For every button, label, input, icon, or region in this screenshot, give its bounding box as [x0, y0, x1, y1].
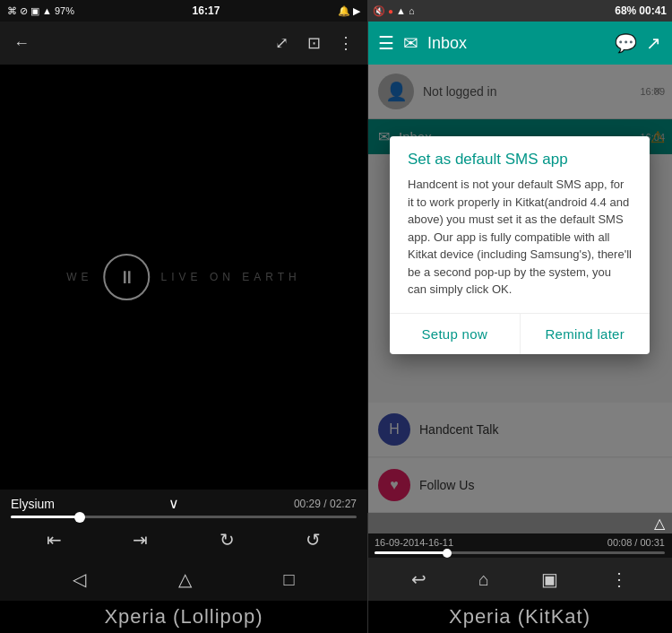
app-topbar: ☰ ✉ Inbox 💬 ↗ [367, 22, 672, 65]
video-topbar: ← ⤢ ⊡ ⋮ [0, 22, 367, 65]
video-content: WE ⏸ LIVE ON EARTH [0, 65, 367, 490]
video-controls-row: ⇤ ⇥ ↻ ↺ [0, 522, 367, 558]
scroll-up-icon[interactable]: △ [654, 516, 665, 531]
status-time-left: 16:17 [193, 4, 220, 17]
remind-later-button[interactable]: Remind later [521, 314, 650, 354]
xperia-label-left: Xperia (Lollipop) [0, 601, 367, 633]
notif-icon: 🔔 [338, 5, 350, 17]
left-panel: ⌘ ⊘ ▣ ▲ 97% 16:17 🔔 ▶ ← ⤢ ⊡ ⋮ WE ⏸ LIVE … [0, 0, 367, 633]
dialog-title: Set as default SMS app [390, 136, 650, 176]
home-nav-icon[interactable]: △ [178, 568, 192, 590]
cast-icon[interactable]: ⊡ [303, 32, 324, 54]
rewind-icon[interactable]: ⇤ [47, 529, 62, 551]
right-progress-bar[interactable] [367, 550, 672, 558]
signal-icon: ▲ [42, 5, 52, 16]
status-bar-right: 🔇 ● ▲ ⌂ 68% 00:41 [367, 0, 672, 22]
video-time: 00:29 / 02:27 [294, 498, 357, 510]
shuffle-icon[interactable]: ↺ [306, 529, 321, 551]
status-right-right-icons: 68% 00:41 [615, 4, 667, 17]
video-title: Elysium [11, 497, 55, 511]
forward-icon[interactable]: ⇥ [133, 529, 148, 551]
chevron-down-icon[interactable]: ∨ [168, 495, 179, 512]
progress-bar[interactable] [0, 514, 367, 522]
nav-bar-right: ↩ ⌂ ▣ ⋮ [367, 558, 672, 601]
nfc-icon: ⊘ [20, 5, 28, 17]
video-duration: 00:08 / 00:31 [607, 537, 665, 548]
dialog-overlay: Set as default SMS app Handcent is not y… [367, 65, 672, 513]
progress-thumb[interactable] [74, 512, 85, 523]
app-title: Inbox [427, 34, 606, 53]
home-nav-right[interactable]: ⌂ [478, 569, 489, 590]
progress-fill [11, 516, 80, 518]
video-timestamp: 16-09-2014-16-11 [375, 537, 453, 548]
status-bar-left: ⌘ ⊘ ▣ ▲ 97% 16:17 🔔 ▶ [0, 0, 367, 22]
xperia-label-right: Xperia (KitKat) [367, 601, 672, 633]
play-icon: ▶ [353, 5, 360, 17]
video-title-row: Elysium ∨ 00:29 / 02:27 [0, 490, 367, 514]
dialog-actions: Setup now Remind later [390, 313, 650, 354]
overflow-icon[interactable]: ⋮ [335, 32, 357, 54]
scroll-up-indicator: △ [367, 513, 672, 533]
pause-icon: ⏸ [118, 267, 136, 288]
back-nav-icon[interactable]: ◁ [73, 568, 86, 590]
share-icon[interactable]: ↗ [646, 32, 661, 54]
expand-icon[interactable]: ⤢ [271, 32, 292, 54]
status-left-icons: ⌘ ⊘ ▣ ▲ 97% [7, 5, 74, 17]
repeat-icon[interactable]: ↻ [220, 529, 235, 551]
battery-right: 68% [615, 4, 636, 17]
dialog-body: Handcent is not your default SMS app, fo… [390, 176, 650, 313]
dialog-box: Set as default SMS app Handcent is not y… [390, 136, 650, 354]
bt-icon: ⌘ [7, 5, 17, 17]
video-middle: WE ⏸ LIVE ON EARTH [66, 254, 300, 300]
right-video-bar: 16-09-2014-16-11 00:08 / 00:31 [367, 533, 672, 550]
play-pause-button[interactable]: ⏸ [104, 254, 151, 300]
recent-nav-right[interactable]: ▣ [541, 568, 558, 590]
video-bottom: Elysium ∨ 00:29 / 02:27 ⇤ ⇥ ↻ ↺ [0, 490, 367, 558]
battery-left: 97% [55, 5, 74, 16]
setup-now-button[interactable]: Setup now [390, 314, 521, 354]
back-button[interactable]: ← [11, 32, 32, 54]
video-text-right: LIVE ON EARTH [161, 271, 301, 283]
rec-icon: ● [388, 6, 393, 16]
progress-track[interactable] [11, 516, 357, 518]
sms-scroll-area[interactable]: 👤 Not logged in × 16:09 ✉ Inbox 16:04 ⚠ … [367, 65, 672, 513]
chat-icon[interactable]: 💬 [615, 32, 637, 54]
signal-icon-r: ▲ [396, 5, 406, 16]
wifi-icon-r: ⌂ [409, 5, 415, 16]
nav-bar-left: ◁ △ □ [0, 558, 367, 601]
recent-nav-icon[interactable]: □ [284, 569, 295, 590]
video-text-left: WE [66, 271, 92, 283]
menu-icon[interactable]: ☰ [378, 32, 394, 54]
more-nav-right[interactable]: ⋮ [610, 568, 628, 590]
back-nav-right[interactable]: ↩ [411, 568, 426, 590]
status-right-left-icons: 🔇 ● ▲ ⌂ [373, 5, 415, 17]
sms-icon: ✉ [403, 32, 418, 54]
status-right-left: 🔔 ▶ [338, 5, 360, 17]
screen-icon: ▣ [30, 5, 39, 17]
time-right: 00:41 [639, 4, 667, 17]
vol-icon: 🔇 [373, 5, 385, 17]
right-panel: 🔇 ● ▲ ⌂ 68% 00:41 ☰ ✉ Inbox 💬 ↗ 👤 Not lo… [367, 0, 672, 633]
